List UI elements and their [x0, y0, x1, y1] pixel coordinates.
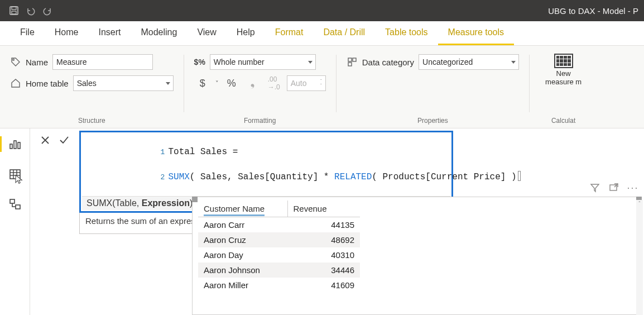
undo-icon[interactable] [22, 2, 39, 19]
svg-rect-16 [16, 205, 20, 209]
thousands-button[interactable]: ❟ [244, 75, 261, 91]
table-row[interactable]: Aaron Johnson34446 [198, 262, 360, 278]
table-row[interactable]: Aaron Carr44135 [198, 217, 360, 233]
currency-button[interactable]: $ [194, 75, 211, 91]
data-category-icon [347, 56, 358, 68]
tab-modeling[interactable]: Modeling [131, 21, 187, 45]
decimals-button[interactable]: .00→.0 [266, 75, 282, 91]
tab-measure-tools[interactable]: Measure tools [438, 21, 515, 45]
tab-help[interactable]: Help [227, 21, 265, 45]
work-area: 1Total Sales = 2SUMX( Sales, Sales[Quant… [0, 128, 644, 315]
svg-rect-5 [353, 58, 356, 61]
home-table-select[interactable] [73, 75, 174, 91]
svg-rect-2 [12, 11, 16, 14]
decimal-places-input[interactable]: Auto ˆˇ [287, 75, 326, 91]
save-icon[interactable] [6, 2, 22, 19]
svg-rect-4 [348, 58, 352, 61]
svg-point-3 [13, 59, 15, 61]
main-panel: 1Total Sales = 2SUMX( Sales, Sales[Quant… [30, 128, 644, 315]
tab-format[interactable]: Format [265, 21, 314, 45]
svg-rect-9 [18, 142, 20, 149]
data-view-button[interactable] [5, 164, 25, 184]
svg-rect-15 [10, 199, 15, 203]
group-formatting-label: Formatting [194, 117, 326, 128]
group-properties-label: Properties [347, 117, 519, 128]
home-table-label: Home table [26, 79, 69, 88]
formula-mid: ( Sales, Sales[Quantity] * [190, 172, 334, 182]
app-window: UBG to DAX - Model - P File Home Insert … [0, 0, 644, 315]
home-table-icon [10, 78, 21, 89]
window-title: UBG to DAX - Model - P [548, 6, 638, 16]
sumx-keyword: SUMX [168, 172, 189, 182]
col-header-revenue[interactable]: Revenue [287, 201, 360, 217]
commit-formula-button[interactable] [57, 133, 71, 147]
svg-rect-8 [14, 141, 16, 149]
table-row[interactable]: Aaron Cruz48692 [198, 232, 360, 247]
group-calculations-label: Calculat [540, 117, 587, 128]
tab-insert[interactable]: Insert [88, 21, 131, 45]
group-structure-label: Structure [10, 117, 174, 128]
percent-button[interactable]: % [223, 75, 240, 91]
model-view-button[interactable] [5, 194, 25, 214]
new-measure-button[interactable]: New measure m [540, 54, 587, 86]
vertical-scrollbar[interactable]: ˆ [636, 200, 643, 315]
ribbon-tabs: File Home Insert Modeling View Help Form… [0, 21, 644, 46]
report-view-button[interactable] [5, 134, 25, 154]
group-structure: Name Home table Structure [0, 50, 184, 128]
col-header-customer[interactable]: Customer Name [198, 201, 287, 217]
calculator-icon [554, 54, 573, 68]
resize-corner[interactable] [192, 197, 198, 202]
text-cursor [518, 171, 521, 181]
data-category-label: Data category [362, 58, 414, 67]
tab-home[interactable]: Home [45, 21, 89, 45]
tab-table-tools[interactable]: Table tools [375, 21, 438, 45]
svg-rect-6 [348, 63, 352, 66]
visual-toolbar: ··· [589, 182, 638, 193]
related-keyword: RELATED [334, 172, 372, 182]
titlebar: UBG to DAX - Model - P [0, 0, 644, 21]
svg-rect-0 [10, 7, 18, 15]
formula-tail: ( Products[Current Price] ) [372, 172, 516, 182]
filter-icon[interactable] [589, 182, 600, 193]
focus-mode-icon[interactable] [608, 182, 619, 193]
new-measure-line1: New [556, 69, 571, 78]
name-label: Name [26, 58, 48, 67]
table-row[interactable]: Aaron Day40310 [198, 247, 360, 262]
data-table: Customer Name Revenue Aaron Carr44135 Aa… [198, 201, 360, 293]
cursor-icon [14, 174, 24, 184]
table-row[interactable]: Aaron Miller41609 [198, 278, 360, 293]
tab-view[interactable]: View [187, 21, 226, 45]
group-calculations: New measure m Calculat [530, 50, 597, 128]
tab-data-drill[interactable]: Data / Drill [313, 21, 375, 45]
redo-icon[interactable] [39, 2, 56, 19]
cancel-formula-button[interactable] [38, 133, 52, 147]
tab-file[interactable]: File [10, 21, 45, 45]
view-nav [0, 128, 30, 315]
ribbon: Name Home table Structure [0, 46, 644, 128]
formula-line1: Total Sales = [168, 147, 243, 157]
svg-rect-7 [10, 144, 12, 149]
format-icon: $% [194, 56, 205, 68]
visual-canvas[interactable]: Customer Name Revenue Aaron Carr44135 Aa… [192, 197, 642, 315]
measure-name-input[interactable] [52, 54, 153, 70]
new-measure-line2: measure m [545, 78, 581, 86]
scroll-up-icon[interactable]: ˆ [636, 200, 643, 208]
group-properties: Data category Properties [337, 50, 529, 128]
more-options-icon[interactable]: ··· [627, 182, 638, 193]
data-category-select[interactable] [419, 54, 519, 70]
auto-label: Auto [291, 79, 307, 88]
group-formatting: $% $ ˅ % ❟ .00→.0 Auto ˆˇ For [184, 50, 336, 128]
format-select[interactable] [210, 54, 316, 70]
tag-icon [10, 56, 21, 68]
